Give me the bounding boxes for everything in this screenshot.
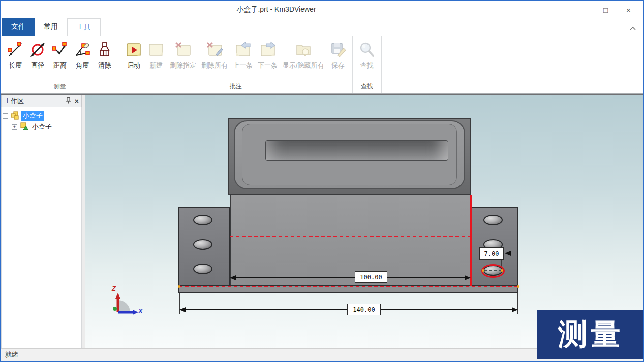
tab-tools[interactable]: 工具 xyxy=(67,18,101,36)
annotate-next-button[interactable]: 下一条 xyxy=(255,39,280,72)
measured-edge-highlight xyxy=(470,195,472,286)
dim-arrow-right xyxy=(465,275,471,280)
flange-hole xyxy=(193,215,212,225)
tab-home[interactable]: 常用 xyxy=(35,18,67,36)
dia-leader-arrow xyxy=(505,251,511,256)
maximize-button[interactable]: □ xyxy=(594,1,617,18)
annotation-save-icon xyxy=(329,41,347,58)
workspace-title: 工作区 xyxy=(4,96,66,106)
diameter-button[interactable]: 直径 xyxy=(26,39,49,72)
measure-endpoint-dot xyxy=(178,285,180,288)
angle-label: 角度 xyxy=(76,61,89,70)
annotate-previous-button[interactable]: 上一条 xyxy=(230,39,255,72)
length-label: 长度 xyxy=(9,61,22,70)
annotate-group-label: 批注 xyxy=(119,82,352,93)
pin-icon[interactable] xyxy=(66,97,71,105)
ribbon-group-find: 查找 查找 xyxy=(353,36,382,93)
annotate-new-label: 新建 xyxy=(149,61,163,70)
expand-expander-icon[interactable]: + xyxy=(12,124,17,130)
annotate-start-button[interactable]: 启动 xyxy=(122,39,145,72)
dim-label-body-width: 100.00 xyxy=(355,271,387,283)
window-title: 小盒子.prt - Km3DViewer xyxy=(1,5,551,14)
dim-arrow-left xyxy=(179,307,186,312)
model-body xyxy=(230,195,471,287)
tree-node-part-label[interactable]: 小盒子 xyxy=(30,122,53,132)
dim-label-hole-diameter: 7.00 xyxy=(479,247,504,260)
tab-file[interactable]: 文件 xyxy=(2,18,35,36)
distance-label: 距离 xyxy=(53,61,67,70)
find-magnifier-icon xyxy=(358,41,376,58)
length-button[interactable]: 长度 xyxy=(4,39,26,72)
ribbon-group-measure: 长度 直径 xyxy=(1,36,119,93)
annotation-previous-icon xyxy=(234,41,252,58)
ribbon: 长度 直径 xyxy=(1,36,643,94)
window-controls: – □ × xyxy=(571,1,640,18)
annotate-buttons: 启动 新建 xyxy=(119,36,352,82)
annotation-delete-all-icon xyxy=(206,41,223,58)
measure-endpoint-dot xyxy=(482,269,484,272)
annotate-new-button[interactable]: 新建 xyxy=(145,39,167,72)
annotate-delete-all-label: 删除所有 xyxy=(201,61,228,70)
section-dashed-line-upper xyxy=(230,236,471,237)
annotate-start-label: 启动 xyxy=(127,61,140,70)
collapse-expander-icon[interactable]: - xyxy=(3,113,8,119)
distance-button[interactable]: 距离 xyxy=(49,39,71,72)
annotate-delete-selected-label: 删除指定 xyxy=(170,61,196,70)
ribbon-empty-space xyxy=(382,36,643,93)
flange-hole xyxy=(483,215,503,225)
annotate-save-button[interactable]: 保存 xyxy=(327,39,349,72)
angle-button[interactable]: 角度 xyxy=(71,39,94,72)
status-text: 就绪 xyxy=(5,350,18,359)
clear-button[interactable]: 清除 xyxy=(94,39,116,72)
find-group-label: 查找 xyxy=(353,82,381,93)
find-buttons: 查找 xyxy=(353,36,381,82)
section-dashed-line-lower xyxy=(179,286,518,287)
annotation-show-hide-icon xyxy=(295,41,312,58)
dim-label-base-width: 140.00 xyxy=(347,304,381,315)
measure-endpoint-dot xyxy=(501,269,503,272)
annotate-save-label: 保存 xyxy=(331,61,345,70)
annotate-delete-selected-button[interactable]: 删除指定 xyxy=(167,39,199,72)
workspace-panel: 工作区 × - xyxy=(1,95,82,348)
tree-node-root-label[interactable]: 小盒子 xyxy=(21,111,44,121)
dim-arrow-right xyxy=(512,307,518,312)
annotate-previous-label: 上一条 xyxy=(233,61,253,70)
tree-node-root[interactable]: - 小盒子 xyxy=(3,110,80,121)
annotation-new-icon xyxy=(147,41,165,58)
flange-hole xyxy=(193,239,212,250)
title-bar: 小盒子.prt - Km3DViewer – □ × xyxy=(1,1,643,18)
close-panel-icon[interactable]: × xyxy=(75,97,79,105)
annotate-delete-all-button[interactable]: 删除所有 xyxy=(199,39,230,72)
coordinate-triad xyxy=(106,292,141,318)
find-button[interactable]: 查找 xyxy=(356,39,378,72)
annotation-next-icon xyxy=(259,41,277,58)
part-icon xyxy=(19,122,28,133)
flange-hole xyxy=(193,264,212,274)
workspace-header-tools: × xyxy=(66,97,79,105)
angle-icon xyxy=(74,41,91,58)
ribbon-group-annotate: 启动 新建 xyxy=(119,36,353,93)
tree-node-part[interactable]: + 小盒子 xyxy=(3,121,80,133)
ribbon-tab-row: 文件 常用 工具 xyxy=(1,18,643,36)
annotate-show-hide-all-button[interactable]: 显示/隐藏所有 xyxy=(280,39,327,72)
axis-x-label: X xyxy=(138,307,143,315)
clear-brush-icon xyxy=(96,41,113,58)
annotate-next-label: 下一条 xyxy=(258,61,278,70)
dim-arrow-left xyxy=(230,275,236,280)
collapse-ribbon-icon[interactable] xyxy=(630,23,636,32)
close-button[interactable]: × xyxy=(617,1,640,18)
workspace-header: 工作区 × xyxy=(1,95,82,107)
minimize-button[interactable]: – xyxy=(571,1,594,18)
app-window: 小盒子.prt - Km3DViewer – □ × 文件 常用 工具 xyxy=(0,0,644,362)
annotation-delete-selected-icon xyxy=(174,41,192,58)
clear-label: 清除 xyxy=(98,61,111,70)
distance-icon xyxy=(51,41,69,58)
dim-line-body-width xyxy=(233,277,468,278)
measure-endpoint-dot xyxy=(517,285,519,288)
diameter-icon xyxy=(29,41,46,58)
measure-group-label: 测量 xyxy=(1,82,119,93)
annotate-show-hide-label: 显示/隐藏所有 xyxy=(283,61,324,70)
find-label: 查找 xyxy=(360,61,374,70)
hole-diameter-dash xyxy=(484,270,502,271)
model-handle-slot xyxy=(265,140,448,161)
